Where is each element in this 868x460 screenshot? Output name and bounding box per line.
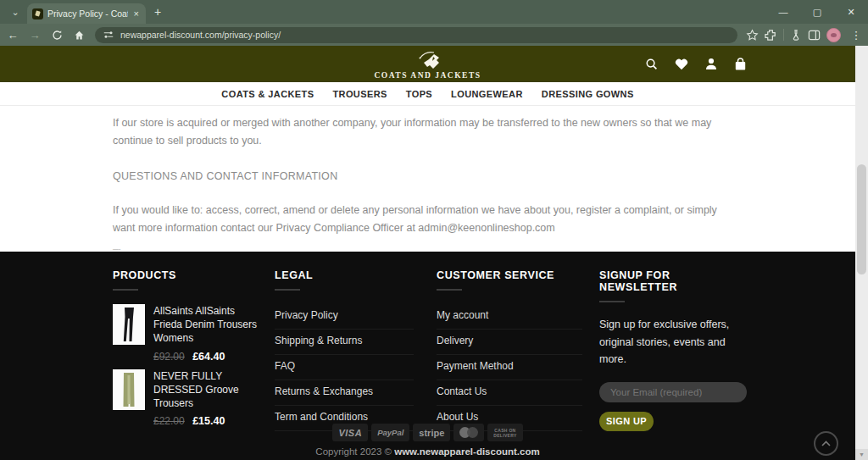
close-button[interactable]: ✕ bbox=[834, 0, 868, 24]
scrollbar-down-arrow[interactable]: ▼ bbox=[855, 449, 868, 460]
mastercard-icon bbox=[459, 427, 478, 438]
site-header: COATS AND JACKETS bbox=[0, 46, 855, 82]
browser-tab[interactable]: Privacy Policy - Coats Sales Sto × bbox=[27, 3, 146, 24]
tab-title: Privacy Policy - Coats Sales Sto bbox=[47, 8, 128, 19]
footer-products-column: PRODUCTS AllSaints AllSaints Frieda Deni… bbox=[113, 269, 262, 434]
product-price: £64.40 bbox=[192, 351, 225, 363]
product-thumbnail bbox=[113, 369, 145, 410]
link-contact-us[interactable]: Contact Us bbox=[437, 380, 582, 406]
heart-icon[interactable] bbox=[675, 58, 688, 70]
extensions-icon[interactable] bbox=[765, 29, 777, 42]
search-icon[interactable] bbox=[645, 58, 658, 70]
stripe-badge: stripe bbox=[413, 424, 450, 441]
paypal-badge: PayPal bbox=[371, 424, 409, 441]
footer-newsletter-column: SIGNUP FOR NEWSLETTER Sign up for exclus… bbox=[599, 269, 748, 431]
policy-stub-text: —- bbox=[113, 246, 740, 252]
bag-icon[interactable] bbox=[734, 58, 747, 71]
product-name[interactable]: NEVER FULLY DRESSED Groove Trousers bbox=[153, 369, 262, 411]
link-shipping-returns[interactable]: Shipping & Returns bbox=[275, 330, 414, 355]
product-old-price: £92.00 bbox=[153, 351, 185, 363]
forward-icon[interactable]: → bbox=[25, 25, 44, 44]
newsletter-description: Sign up for exclusive offers, original s… bbox=[599, 316, 748, 369]
page-scrollbar[interactable]: ▼ bbox=[855, 46, 868, 460]
reload-icon[interactable] bbox=[47, 25, 66, 44]
site-logo[interactable]: COATS AND JACKETS bbox=[374, 49, 481, 80]
back-icon[interactable]: ← bbox=[3, 25, 22, 44]
side-panel-icon[interactable] bbox=[808, 29, 821, 42]
labs-flask-icon[interactable] bbox=[790, 29, 802, 41]
green-trousers-image bbox=[119, 372, 139, 407]
product-thumbnail bbox=[113, 304, 145, 345]
minimize-button[interactable]: — bbox=[766, 0, 800, 24]
nav-tops[interactable]: TOPS bbox=[406, 89, 432, 99]
site-footer: PRODUCTS AllSaints AllSaints Frieda Deni… bbox=[0, 252, 855, 460]
browser-menu-icon[interactable]: ⋮ bbox=[847, 25, 865, 44]
cash-on-delivery-badge: CASH ON DELIVERY bbox=[487, 424, 522, 441]
link-delivery[interactable]: Delivery bbox=[437, 330, 582, 355]
tab-search-button[interactable]: ⌄ bbox=[5, 4, 25, 19]
link-faq[interactable]: FAQ bbox=[275, 355, 414, 380]
payment-methods: VISA PayPal stripe CASH ON DELIVERY bbox=[0, 424, 855, 441]
title-underline bbox=[113, 289, 138, 291]
store-nav: COATS & JACKETS TROUSERS TOPS LOUNGEWEAR… bbox=[0, 82, 855, 106]
toolbar-right: ⋮ bbox=[746, 25, 865, 44]
footer-legal-title: LEGAL bbox=[275, 269, 414, 281]
copyright-text: Copyright 2023 © www.newapparel-discount… bbox=[0, 446, 855, 457]
toolbar-separator bbox=[783, 29, 784, 41]
footer-legal-column: LEGAL Privacy Policy Shipping & Returns … bbox=[275, 269, 414, 431]
tab-close-icon[interactable]: × bbox=[132, 8, 141, 19]
browser-toolbar: ← → newapparel-discount.com/privacy-poli… bbox=[0, 24, 868, 46]
visa-badge: VISA bbox=[332, 424, 368, 441]
black-trousers-image bbox=[119, 307, 139, 342]
site-info-icon[interactable] bbox=[103, 30, 114, 40]
mastercard-badge bbox=[453, 424, 484, 441]
footer-newsletter-title: SIGNUP FOR NEWSLETTER bbox=[599, 269, 748, 293]
policy-content: If our store is acquired or merged with … bbox=[0, 106, 855, 252]
jacket-logo-icon bbox=[409, 49, 448, 71]
policy-paragraph: If our store is acquired or merged with … bbox=[113, 114, 740, 151]
header-icons bbox=[645, 46, 747, 82]
bookmark-star-icon[interactable] bbox=[746, 29, 759, 42]
footer-customer-service-title: CUSTOMER SERVICE bbox=[437, 269, 582, 281]
policy-paragraph: If you would like to: access, correct, a… bbox=[113, 202, 740, 238]
link-returns-exchanges[interactable]: Returns & Exchanges bbox=[275, 380, 414, 406]
nav-dressing-gowns[interactable]: DRESSING GOWNS bbox=[542, 89, 634, 99]
policy-section-heading: QUESTIONS AND CONTACT INFORMATION bbox=[113, 170, 740, 182]
nav-loungewear[interactable]: LOUNGEWEAR bbox=[451, 89, 523, 99]
copyright-site: www.newapparel-discount.com bbox=[394, 446, 539, 457]
link-my-account[interactable]: My account bbox=[437, 304, 582, 330]
newsletter-email-input[interactable] bbox=[599, 382, 747, 402]
link-payment-method[interactable]: Payment Method bbox=[437, 355, 582, 380]
product-name[interactable]: AllSaints AllSaints Frieda Denim Trouser… bbox=[153, 304, 262, 346]
maximize-button[interactable]: ▢ bbox=[800, 0, 834, 24]
url-text[interactable]: newapparel-discount.com/privacy-policy/ bbox=[120, 30, 281, 40]
scroll-to-top-button[interactable] bbox=[814, 431, 838, 456]
home-icon[interactable] bbox=[70, 25, 88, 44]
window-controls: — ▢ ✕ bbox=[766, 0, 868, 24]
title-underline bbox=[437, 289, 462, 291]
footer-product-item[interactable]: NEVER FULLY DRESSED Groove Trousers £22.… bbox=[113, 369, 262, 429]
title-underline bbox=[275, 289, 300, 291]
new-tab-button[interactable]: + bbox=[154, 5, 161, 19]
footer-customer-service-column: CUSTOMER SERVICE My account Delivery Pay… bbox=[437, 269, 582, 431]
link-privacy-policy[interactable]: Privacy Policy bbox=[275, 304, 414, 330]
title-underline bbox=[599, 301, 625, 302]
logo-text: COATS AND JACKETS bbox=[374, 71, 481, 80]
page-viewport: COATS AND JACKETS COATS & JACKETS TROUSE… bbox=[0, 46, 855, 460]
site-favicon bbox=[32, 8, 43, 19]
footer-product-item[interactable]: AllSaints AllSaints Frieda Denim Trouser… bbox=[113, 304, 262, 363]
nav-coats-jackets[interactable]: COATS & JACKETS bbox=[221, 89, 314, 99]
footer-products-title: PRODUCTS bbox=[113, 269, 262, 281]
browser-titlebar: ⌄ Privacy Policy - Coats Sales Sto × + —… bbox=[0, 0, 868, 24]
scrollbar-thumb[interactable] bbox=[857, 164, 866, 274]
profile-avatar[interactable] bbox=[826, 28, 841, 42]
address-bar[interactable]: newapparel-discount.com/privacy-policy/ bbox=[95, 27, 737, 43]
chevron-up-icon bbox=[821, 441, 831, 446]
nav-trousers[interactable]: TROUSERS bbox=[332, 89, 387, 99]
account-icon[interactable] bbox=[705, 58, 717, 70]
